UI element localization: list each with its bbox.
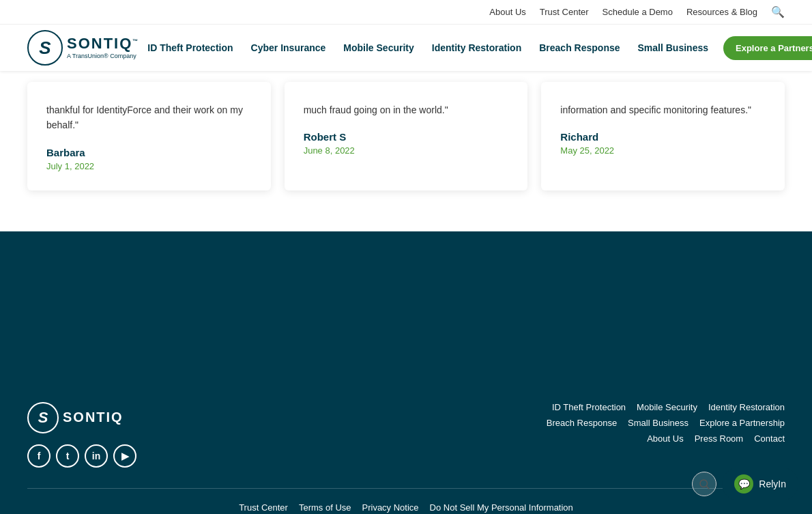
- testimonial-date-3: May 25, 2022: [560, 145, 766, 156]
- testimonials-section: thankful for IdentityForce and their wor…: [0, 68, 812, 231]
- testimonial-date-2: June 8, 2022: [304, 145, 509, 156]
- footer-small-business-link[interactable]: Small Business: [628, 418, 688, 428]
- footer-nav-area: ID Theft Protection Mobile Security Iden…: [547, 402, 785, 444]
- footer-press-room-link[interactable]: Press Room: [695, 433, 744, 444]
- site-header: About Us Trust Center Schedule a Demo Re…: [0, 0, 812, 71]
- trust-center-link[interactable]: Trust Center: [540, 7, 589, 17]
- footer-id-theft-link[interactable]: ID Theft Protection: [552, 402, 626, 412]
- chat-open-button[interactable]: 💬 RelyIn: [722, 468, 798, 500]
- footer-mobile-security-link[interactable]: Mobile Security: [637, 402, 697, 412]
- chat-search-icon[interactable]: [692, 472, 716, 496]
- logo-sub: A TransUnion® Company: [67, 53, 139, 59]
- footer-trust-center-link[interactable]: Trust Center: [239, 502, 288, 513]
- svg-line-1: [707, 486, 710, 489]
- footer-social: f t in ▶: [27, 444, 136, 468]
- footer-explore-partnership-link[interactable]: Explore a Partnership: [699, 418, 785, 428]
- testimonial-date-1: July 1, 2022: [46, 161, 252, 171]
- chat-widget: 💬 RelyIn: [692, 468, 798, 500]
- resources-blog-link[interactable]: Resources & Blog: [686, 7, 757, 17]
- logo-text: SONTIQ™ A TransUnion® Company: [67, 36, 139, 59]
- nav-mobile-security[interactable]: Mobile Security: [335, 27, 422, 68]
- testimonial-author-3: Richard: [560, 131, 766, 143]
- header-top-bar: About Us Trust Center Schedule a Demo Re…: [0, 0, 812, 25]
- linkedin-icon[interactable]: in: [85, 444, 108, 468]
- nav-cyber-insurance[interactable]: Cyber Insurance: [243, 27, 334, 68]
- footer-bottom: Trust Center Terms of Use Privacy Notice…: [27, 488, 785, 514]
- testimonial-author-1: Barbara: [46, 147, 252, 158]
- footer-legal-links: Trust Center Terms of Use Privacy Notice…: [27, 502, 785, 513]
- nav-breach-response[interactable]: Breach Response: [531, 27, 628, 68]
- footer-identity-restoration-link[interactable]: Identity Restoration: [708, 402, 785, 412]
- footer-logo[interactable]: S SONTIQ: [27, 402, 136, 433]
- page-content: thankful for IdentityForce and their wor…: [0, 68, 812, 514]
- footer-nav-row-1: ID Theft Protection Mobile Security Iden…: [552, 402, 785, 412]
- youtube-icon[interactable]: ▶: [113, 444, 136, 468]
- dark-section: [0, 231, 812, 368]
- main-nav: ID Theft Protection Cyber Insurance Mobi…: [139, 27, 812, 68]
- logo-s-icon: S: [39, 38, 50, 59]
- footer-do-not-sell-link[interactable]: Do Not Sell My Personal Information: [430, 502, 573, 513]
- footer-nav-row-2: Breach Response Small Business Explore a…: [547, 418, 785, 428]
- footer-content: S SONTIQ f t in ▶ ID Theft Protection Mo…: [27, 402, 785, 468]
- explore-partnership-button[interactable]: Explore a Partnership: [723, 36, 812, 60]
- logo-circle: S: [27, 30, 63, 66]
- header-nav-bar: S SONTIQ™ A TransUnion® Company ID Theft…: [0, 25, 812, 71]
- testimonial-text-1: thankful for IdentityForce and their wor…: [46, 102, 252, 133]
- footer-breach-response-link[interactable]: Breach Response: [547, 418, 617, 428]
- svg-point-0: [700, 480, 708, 487]
- footer-contact-link[interactable]: Contact: [754, 433, 785, 444]
- logo-name: SONTIQ™: [67, 36, 139, 51]
- search-button[interactable]: 🔍: [771, 5, 785, 18]
- site-footer: S SONTIQ f t in ▶ ID Theft Protection Mo…: [0, 368, 812, 514]
- footer-terms-link[interactable]: Terms of Use: [299, 502, 351, 513]
- schedule-demo-link[interactable]: Schedule a Demo: [603, 7, 673, 17]
- testimonials-grid: thankful for IdentityForce and their wor…: [27, 82, 785, 190]
- nav-small-business[interactable]: Small Business: [630, 27, 717, 68]
- footer-privacy-link[interactable]: Privacy Notice: [362, 502, 419, 513]
- nav-id-theft[interactable]: ID Theft Protection: [139, 27, 241, 68]
- footer-logo-circle: S: [27, 402, 59, 433]
- nav-identity-restoration[interactable]: Identity Restoration: [424, 27, 530, 68]
- logo[interactable]: S SONTIQ™ A TransUnion® Company: [27, 25, 139, 71]
- about-us-link[interactable]: About Us: [489, 7, 525, 17]
- footer-nav-row-3: About Us Press Room Contact: [647, 433, 785, 444]
- footer-logo-area: S SONTIQ f t in ▶: [27, 402, 136, 468]
- testimonial-card-2: much fraud going on in the world." Rober…: [285, 82, 528, 190]
- twitter-icon[interactable]: t: [56, 444, 79, 468]
- testimonial-card-3: information and specific monitoring feat…: [541, 82, 785, 190]
- chat-icon: 💬: [734, 474, 753, 494]
- testimonial-card-1: thankful for IdentityForce and their wor…: [27, 82, 271, 190]
- facebook-icon[interactable]: f: [27, 444, 50, 468]
- footer-logo-s-icon: S: [38, 409, 48, 427]
- testimonial-author-2: Robert S: [304, 131, 509, 143]
- testimonial-text-3: information and specific monitoring feat…: [560, 102, 766, 117]
- testimonial-text-2: much fraud going on in the world.": [304, 102, 509, 117]
- footer-about-us-link[interactable]: About Us: [647, 433, 683, 444]
- footer-logo-name: SONTIQ: [63, 410, 124, 425]
- chat-label: RelyIn: [759, 479, 786, 489]
